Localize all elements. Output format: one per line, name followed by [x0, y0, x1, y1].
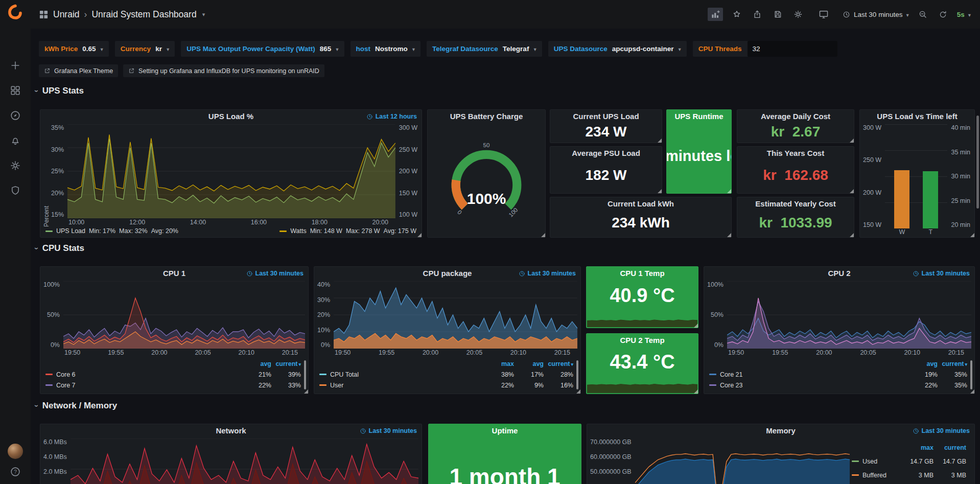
legend-sort-avg[interactable]: avg [242, 360, 271, 367]
variable-cpu-threads[interactable]: CPU Threads 32 [693, 41, 837, 57]
legend-sort-current[interactable]: current▾ [271, 360, 301, 367]
page-scrollbar[interactable] [976, 116, 979, 209]
add-panel-button[interactable] [708, 8, 723, 21]
legend-series-name[interactable]: Core 23 [720, 382, 742, 389]
legend-series-name[interactable]: Buffered [862, 472, 886, 479]
legend-series-name[interactable]: UPS Load [56, 227, 85, 235]
panel-title[interactable]: UPS Load vs Time left [860, 110, 974, 123]
sidebar-dashboards-button[interactable] [0, 83, 31, 98]
zoom-out-time-button[interactable] [916, 8, 929, 21]
star-button[interactable] [730, 8, 743, 21]
legend-series-name[interactable]: User [330, 382, 343, 389]
panel-resize-handle[interactable] [694, 389, 698, 394]
panel-title[interactable]: Uptime [429, 424, 581, 437]
panel-title[interactable]: CPU 1 Temp [587, 267, 698, 280]
legend-sort-avg[interactable]: avg [908, 360, 938, 367]
panel-title[interactable]: Estimated Yearly Cost [737, 197, 854, 211]
panel-title[interactable]: UPS Battery Charge [428, 110, 545, 123]
panel-title[interactable]: UPS Runtime [667, 110, 731, 123]
panel-title[interactable]: Current UPS Load [550, 110, 662, 123]
legend-sort-max[interactable]: max [484, 360, 514, 367]
variable-telegraf-datasource[interactable]: Telegraf Datasource Telegraf ▾ [427, 41, 542, 57]
y-tick: 20% [317, 311, 330, 318]
legend-scrollbar[interactable] [970, 360, 972, 389]
section-cpu-stats[interactable]: › CPU Stats [36, 243, 84, 253]
panel-resize-handle[interactable] [850, 189, 854, 193]
breadcrumb-folder[interactable]: Unraid [53, 9, 80, 20]
refresh-button[interactable] [937, 8, 950, 21]
panel-title[interactable]: This Years Cost [737, 147, 854, 160]
cpu-package-chart[interactable] [334, 281, 577, 349]
variable-host[interactable]: host Nostromo ▾ [351, 41, 421, 57]
sidebar-configuration-button[interactable] [0, 158, 31, 173]
share-button[interactable] [751, 8, 764, 21]
panel-resize-handle[interactable] [694, 324, 698, 328]
section-network-memory[interactable]: › Network / Memory [36, 401, 117, 411]
link-grafana-plex-theme[interactable]: Grafana Plex Theme [39, 64, 118, 77]
cpu2-chart[interactable] [727, 281, 971, 349]
save-button[interactable] [771, 8, 784, 21]
variable-input[interactable]: 32 [748, 41, 837, 57]
legend-series-name[interactable]: Used [862, 458, 877, 465]
panel-resize-handle[interactable] [658, 189, 662, 193]
x-tick: 16:00 [251, 219, 267, 227]
variable-ups-datasource[interactable]: UPS Datasource apcupsd-container ▾ [548, 41, 687, 57]
section-ups-stats[interactable]: › UPS Stats [36, 86, 84, 96]
refresh-interval-picker[interactable]: 5s ▾ [957, 11, 971, 18]
panel-resize-handle[interactable] [658, 139, 662, 143]
ups-load-chart[interactable] [67, 124, 395, 218]
panel-title[interactable]: Average PSU Load [550, 147, 662, 160]
panel-title[interactable]: CPU 2 Temp [587, 334, 698, 347]
legend-series-name[interactable]: Core 7 [56, 382, 76, 389]
monitor-icon [819, 9, 829, 19]
panel-resize-handle[interactable] [727, 189, 731, 193]
sidebar-explore-button[interactable] [0, 108, 31, 123]
panel-title[interactable]: Current Load kWh [550, 197, 731, 211]
time-range-picker[interactable]: Last 30 minutes ▾ [843, 11, 909, 18]
network-chart[interactable] [71, 439, 418, 484]
legend-series-name[interactable]: Watts [290, 227, 306, 235]
sidebar-alerting-button[interactable] [0, 133, 31, 148]
sidebar-create-button[interactable] [0, 58, 31, 73]
legend-sort-current[interactable]: current [934, 444, 966, 451]
legend-table: max current Used 14.7 GB 14.7 GB Buffere… [850, 439, 971, 484]
ups-load-vs-time-bars[interactable] [885, 124, 947, 228]
panel-resize-handle[interactable] [970, 233, 974, 237]
cpu1-chart[interactable] [63, 281, 305, 349]
panel-resize-handle[interactable] [727, 233, 731, 237]
legend-scrollbar[interactable] [304, 360, 306, 389]
legend-series-name[interactable]: CPU Total [330, 371, 359, 378]
legend-series-name[interactable]: Core 21 [720, 371, 742, 378]
panel-resize-handle[interactable] [541, 233, 545, 237]
link-ups-monitoring-guide[interactable]: Setting up Grafana and InfluxDB for UPS … [123, 64, 324, 77]
panel-resize-handle[interactable] [576, 389, 580, 394]
panel-resize-handle[interactable] [850, 233, 854, 237]
variable-ups-max-output[interactable]: UPS Max Output Power Capacity (Watt) 865… [181, 41, 344, 57]
user-avatar-button[interactable] [0, 444, 31, 458]
panel-resize-handle[interactable] [970, 389, 974, 394]
legend-scrollbar[interactable] [576, 360, 578, 389]
grafana-logo[interactable] [7, 4, 24, 22]
sidebar-admin-button[interactable] [0, 183, 31, 198]
x-tick: 10:00 [68, 219, 84, 227]
panel-resize-handle[interactable] [417, 233, 422, 237]
legend-sort-current[interactable]: current▾ [938, 360, 967, 367]
variable-currency[interactable]: Currency kr ▾ [115, 41, 175, 57]
variable-kwh-price[interactable]: kWh Price 0.65 ▾ [39, 41, 109, 57]
legend-sort-avg[interactable]: avg [514, 360, 544, 367]
dashboard-settings-button[interactable] [791, 8, 805, 21]
caret-down-icon[interactable]: ▾ [202, 11, 205, 18]
help-button[interactable]: ? [0, 465, 31, 479]
panel-title[interactable]: Average Daily Cost [737, 110, 854, 123]
zoom-out-icon [918, 10, 927, 19]
legend-series-name[interactable]: Core 6 [56, 371, 76, 378]
legend-sort-current[interactable]: current▾ [544, 360, 573, 367]
dashboard-title[interactable]: Unraid System Dashboard [91, 9, 196, 20]
panel-resize-handle[interactable] [850, 139, 854, 143]
legend-sort-max[interactable]: max [901, 444, 934, 451]
memory-chart[interactable] [635, 439, 850, 484]
cycle-view-button[interactable] [817, 8, 830, 21]
panel-resize-handle[interactable] [304, 389, 308, 394]
caret-down-icon: ▾ [968, 11, 971, 18]
panel-title[interactable]: UPS Load % [40, 110, 422, 123]
